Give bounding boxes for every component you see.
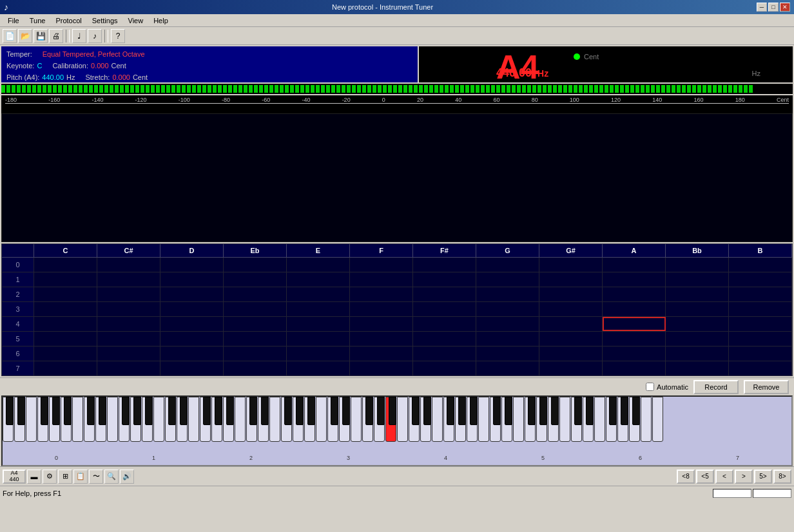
- black-key-0-3[interactable]: [52, 397, 60, 425]
- white-key-23[interactable]: [269, 397, 280, 442]
- white-key-6[interactable]: [72, 397, 83, 442]
- grid-cell-6-2[interactable]: [160, 347, 224, 361]
- white-key-44[interactable]: [513, 397, 524, 442]
- black-key-4-0[interactable]: [331, 397, 338, 425]
- grid-cell-1-2[interactable]: [160, 272, 224, 287]
- black-key-0-0[interactable]: [6, 397, 14, 425]
- grid-cell-6-10[interactable]: [666, 347, 729, 361]
- black-key-4-4[interactable]: [389, 397, 396, 425]
- grid-cell-5-2[interactable]: [160, 332, 224, 346]
- grid-cell-4-1[interactable]: [97, 317, 160, 331]
- black-key-5-4[interactable]: [470, 397, 478, 425]
- black-key-7-3[interactable]: [621, 397, 628, 425]
- grid-cell-6-11[interactable]: [729, 347, 792, 361]
- black-key-7-4[interactable]: [632, 397, 640, 425]
- grid-cell-4-9[interactable]: [603, 317, 666, 331]
- maximize-button[interactable]: □: [768, 3, 779, 12]
- nav-fwd5[interactable]: 5>: [754, 470, 772, 484]
- black-key-3-1[interactable]: [261, 397, 269, 425]
- save-button[interactable]: 💾: [34, 29, 48, 43]
- white-key-56[interactable]: [652, 397, 663, 442]
- grid-cell-5-8[interactable]: [539, 332, 603, 346]
- black-key-5-0[interactable]: [412, 397, 420, 425]
- black-key-4-1[interactable]: [342, 397, 350, 425]
- grid-cell-7-1[interactable]: [97, 361, 160, 375]
- grid-cell-2-0[interactable]: [34, 287, 97, 301]
- white-key-16[interactable]: [188, 397, 199, 442]
- grid-cell-6-4[interactable]: [287, 347, 350, 361]
- black-key-1-1[interactable]: [99, 397, 106, 425]
- grid-cell-0-10[interactable]: [666, 258, 729, 272]
- note-button[interactable]: ♪: [88, 29, 102, 43]
- grid-cell-4-11[interactable]: [729, 317, 792, 331]
- nav-fwd8[interactable]: 8>: [773, 470, 791, 484]
- grid-cell-1-11[interactable]: [729, 272, 792, 287]
- tune-icon[interactable]: ⚙: [43, 470, 57, 484]
- grid-cell-4-5[interactable]: [350, 317, 413, 331]
- grid-cell-0-4[interactable]: [287, 258, 350, 272]
- grid-cell-6-0[interactable]: [34, 347, 97, 361]
- white-key-30[interactable]: [351, 397, 362, 442]
- grid-cell-1-6[interactable]: [413, 272, 476, 287]
- grid-cell-7-9[interactable]: [603, 361, 666, 375]
- black-key-1-3[interactable]: [133, 397, 141, 425]
- grid-cell-1-1[interactable]: [97, 272, 160, 287]
- grid-cell-2-10[interactable]: [666, 287, 729, 301]
- black-key-6-0[interactable]: [493, 397, 501, 425]
- grid-cell-4-2[interactable]: [160, 317, 224, 331]
- grid-cell-6-1[interactable]: [97, 347, 160, 361]
- grid-cell-2-3[interactable]: [224, 287, 287, 301]
- close-button[interactable]: ✕: [780, 3, 790, 12]
- black-key-1-0[interactable]: [87, 397, 95, 425]
- grid-cell-0-7[interactable]: [476, 258, 539, 272]
- grid-cell-0-1[interactable]: [97, 258, 160, 272]
- grid-cell-0-3[interactable]: [224, 258, 287, 272]
- white-key-41[interactable]: [478, 397, 489, 442]
- grid-cell-0-11[interactable]: [729, 258, 792, 272]
- grid-cell-2-11[interactable]: [729, 287, 792, 301]
- automatic-checkbox[interactable]: [646, 383, 654, 391]
- grid-cell-3-3[interactable]: [224, 302, 287, 316]
- grid-cell-5-7[interactable]: [476, 332, 539, 346]
- nav-fwd1[interactable]: >: [735, 470, 753, 484]
- white-key-20[interactable]: [235, 397, 246, 442]
- white-key-48[interactable]: [559, 397, 570, 442]
- grid-cell-4-10[interactable]: [666, 317, 729, 331]
- white-key-27[interactable]: [316, 397, 327, 442]
- wave-icon[interactable]: 〜: [89, 470, 103, 484]
- grid-cell-4-0[interactable]: [34, 317, 97, 331]
- black-key-2-3[interactable]: [215, 397, 222, 425]
- grid-cell-1-8[interactable]: [539, 272, 603, 287]
- grid-cell-4-6[interactable]: [413, 317, 476, 331]
- grid-icon[interactable]: ⊞: [58, 470, 72, 484]
- new-button[interactable]: 📄: [3, 29, 17, 43]
- grid-cell-2-1[interactable]: [97, 287, 160, 301]
- grid-cell-5-5[interactable]: [350, 332, 413, 346]
- a4-440-button[interactable]: A4440: [3, 470, 26, 484]
- grid-cell-1-0[interactable]: [34, 272, 97, 287]
- black-key-7-1[interactable]: [586, 397, 594, 425]
- white-key-13[interactable]: [153, 397, 164, 442]
- grid-cell-7-0[interactable]: [34, 361, 97, 375]
- grid-cell-2-5[interactable]: [350, 287, 413, 301]
- black-key-4-2[interactable]: [365, 397, 373, 425]
- grid-cell-6-9[interactable]: [603, 347, 666, 361]
- black-key-0-2[interactable]: [41, 397, 48, 425]
- grid-cell-7-4[interactable]: [287, 361, 350, 375]
- grid-cell-0-5[interactable]: [350, 258, 413, 272]
- grid-cell-3-1[interactable]: [97, 302, 160, 316]
- grid-cell-3-5[interactable]: [350, 302, 413, 316]
- grid-cell-3-7[interactable]: [476, 302, 539, 316]
- white-key-9[interactable]: [107, 397, 118, 442]
- white-key-34[interactable]: [397, 397, 408, 442]
- black-key-3-2[interactable]: [284, 397, 292, 425]
- grid-cell-2-7[interactable]: [476, 287, 539, 301]
- protocol-icon[interactable]: 📋: [73, 470, 88, 484]
- grid-cell-6-7[interactable]: [476, 347, 539, 361]
- grid-cell-2-6[interactable]: [413, 287, 476, 301]
- grid-cell-7-10[interactable]: [666, 361, 729, 375]
- grid-cell-4-8[interactable]: [539, 317, 603, 331]
- nav-back8[interactable]: <8: [677, 470, 695, 484]
- grid-cell-0-0[interactable]: [34, 258, 97, 272]
- grid-cell-1-5[interactable]: [350, 272, 413, 287]
